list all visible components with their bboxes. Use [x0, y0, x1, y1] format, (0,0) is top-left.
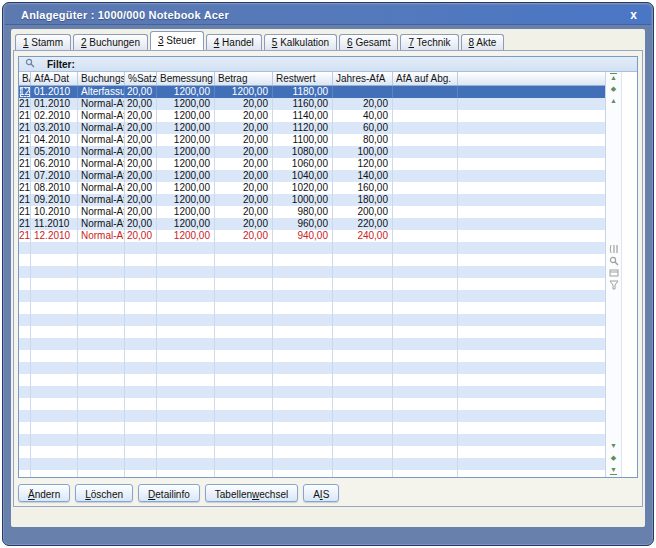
table-row[interactable]: 2105.2010Normal-AfA20,001200,0020,001080…	[19, 146, 605, 158]
column-header-restwert[interactable]: Restwert	[273, 72, 333, 85]
goto-first-row-icon[interactable]: ▲	[609, 72, 619, 82]
table-empty-row[interactable]	[19, 458, 605, 470]
tab-steuer[interactable]: 3 Steuer	[150, 31, 204, 50]
tab-gesamt[interactable]: 6 Gesamt	[339, 34, 398, 50]
column-header-jahres[interactable]: Jahres-AfA	[333, 72, 393, 85]
navigate-rows-icon[interactable]: ◆	[609, 84, 619, 94]
column-resize-icon[interactable]	[609, 244, 619, 254]
table-empty-row[interactable]	[19, 302, 605, 314]
table-empty-row[interactable]	[19, 446, 605, 458]
table-row[interactable]: 2109.2010Normal-AfA20,001200,0020,001000…	[19, 194, 605, 206]
cell-ba	[19, 350, 31, 362]
zoom-icon[interactable]	[609, 256, 619, 266]
column-header-text[interactable]: Buchungstext	[78, 72, 125, 85]
table-row[interactable]: 2107.2010Normal-AfA20,001200,0020,001040…	[19, 170, 605, 182]
vertical-scrollbar-track[interactable]	[621, 72, 637, 477]
grid-main: BAAfA-DatBuchungstext%SatzBemessungBetra…	[19, 72, 637, 477]
table-empty-row[interactable]	[19, 278, 605, 290]
table-row[interactable]: 2111.2010Normal-AfA20,001200,0020,00960,…	[19, 218, 605, 230]
table-empty-row[interactable]	[19, 362, 605, 374]
table-empty-row[interactable]	[19, 326, 605, 338]
table-body[interactable]: 1201.2010Alterfassung20,001200,001200,00…	[19, 86, 605, 477]
cell-bemessung: 1200,00	[157, 86, 215, 98]
table-empty-row[interactable]	[19, 266, 605, 278]
table-row[interactable]: 2108.2010Normal-AfA20,001200,0020,001020…	[19, 182, 605, 194]
table-row[interactable]: 2106.2010Normal-AfA20,001200,0020,001060…	[19, 158, 605, 170]
table-row[interactable]: 2110.2010Normal-AfA20,001200,0020,00980,…	[19, 206, 605, 218]
close-icon[interactable]: x	[630, 8, 637, 22]
cell-jahres: 140,00	[333, 170, 393, 182]
column-header-ba[interactable]: BA	[19, 72, 31, 85]
column-header-abg[interactable]: AfA auf Abg.	[393, 72, 458, 85]
row-up-icon[interactable]: ▲	[609, 96, 619, 106]
tab-stamm[interactable]: 1 Stamm	[15, 34, 71, 50]
cell-filler	[458, 410, 605, 422]
cell-ba	[19, 374, 31, 386]
cell-bemessung	[157, 362, 215, 374]
table-row[interactable]: 2101.2010Normal-AfA20,001200,0020,001160…	[19, 98, 605, 110]
filter-bar[interactable]: Filter:	[19, 57, 637, 72]
column-header-bemessung[interactable]: Bemessung	[157, 72, 215, 85]
table-empty-row[interactable]	[19, 314, 605, 326]
cell-bemessung: 1200,00	[157, 230, 215, 242]
cell-filler	[458, 350, 605, 362]
cell-text	[78, 326, 125, 338]
table-empty-row[interactable]	[19, 350, 605, 362]
table-empty-row[interactable]	[19, 242, 605, 254]
table-empty-row[interactable]	[19, 386, 605, 398]
cell-date: 01.2010	[31, 98, 78, 110]
table-empty-row[interactable]	[19, 398, 605, 410]
row-down-icon[interactable]: ▼	[609, 441, 619, 451]
table-row[interactable]: 2103.2010Normal-AfA20,001200,0020,001120…	[19, 122, 605, 134]
column-header-satz[interactable]: %Satz	[125, 72, 157, 85]
table-row[interactable]: 2112.2010Normal-AfA20,001200,0020,00940,…	[19, 230, 605, 242]
cell-bemessung: 1200,00	[157, 98, 215, 110]
cell-jahres	[333, 422, 393, 434]
filter-funnel-icon[interactable]	[609, 280, 619, 290]
column-header-date[interactable]: AfA-Dat	[31, 72, 78, 85]
cell-ba: 21	[19, 146, 31, 158]
table-row[interactable]: 2104.2010Normal-AfA20,001200,0020,001100…	[19, 134, 605, 146]
cell-filler	[458, 158, 605, 170]
search-icon[interactable]	[25, 58, 35, 70]
goto-last-row-icon[interactable]: ▼	[609, 465, 619, 475]
grid-nav-gutter: ▲ ◆ ▲	[605, 72, 621, 477]
tab-akte[interactable]: 8 Akte	[461, 34, 505, 50]
tab-kalkulation[interactable]: 5 Kalkulation	[264, 34, 337, 50]
table-empty-row[interactable]	[19, 374, 605, 386]
window-content: 1 Stamm 2 Buchungen 3 Steuer 4 Handel 5 …	[11, 29, 645, 527]
aendern-button[interactable]: Ändern	[18, 484, 70, 502]
table-row[interactable]: 1201.2010Alterfassung20,001200,001200,00…	[19, 86, 605, 98]
table-empty-row[interactable]	[19, 434, 605, 446]
cell-abg	[393, 410, 458, 422]
cell-betrag	[215, 290, 273, 302]
column-header-betrag[interactable]: Betrag	[215, 72, 273, 85]
cell-bemessung: 1200,00	[157, 170, 215, 182]
cell-jahres: 20,00	[333, 98, 393, 110]
cell-ba	[19, 386, 31, 398]
tab-buchungen[interactable]: 2 Buchungen	[73, 34, 148, 50]
navigate-rows-bottom-icon[interactable]: ◆	[609, 453, 619, 463]
table-row[interactable]: 2102.2010Normal-AfA20,001200,0020,001140…	[19, 110, 605, 122]
table-header-row[interactable]: BAAfA-DatBuchungstext%SatzBemessungBetra…	[19, 72, 605, 86]
table-empty-row[interactable]	[19, 410, 605, 422]
tab-technik[interactable]: 7 Technik	[400, 34, 458, 50]
cell-text: Normal-AfA	[78, 230, 125, 242]
table-empty-row[interactable]	[19, 290, 605, 302]
cell-restwert	[273, 302, 333, 314]
ais-button[interactable]: AIS	[303, 484, 339, 502]
cell-ba	[19, 278, 31, 290]
table-empty-row[interactable]	[19, 338, 605, 350]
detailinfo-button[interactable]: Detailinfo	[138, 484, 200, 502]
cell-filler	[458, 242, 605, 254]
cell-abg	[393, 122, 458, 134]
export-icon[interactable]	[609, 268, 619, 278]
table-empty-row[interactable]	[19, 470, 605, 477]
tab-handel[interactable]: 4 Handel	[206, 34, 262, 50]
loeschen-button[interactable]: Löschen	[75, 484, 133, 502]
tabellenwechsel-button[interactable]: Tabellenwechsel	[205, 484, 298, 502]
table-empty-row[interactable]	[19, 254, 605, 266]
titlebar[interactable]: Anlagegüter : 1000/000 Notebook Acer x	[5, 5, 651, 25]
cell-abg	[393, 422, 458, 434]
table-empty-row[interactable]	[19, 422, 605, 434]
